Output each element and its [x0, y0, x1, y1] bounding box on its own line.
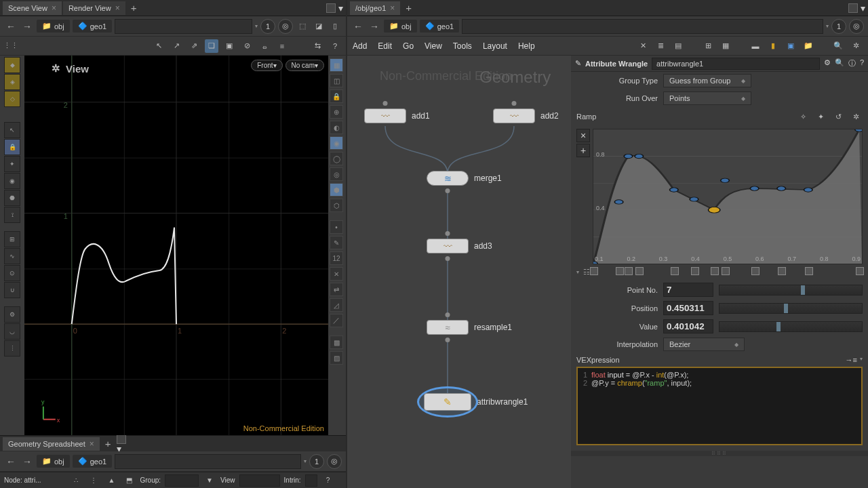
wrench-icon[interactable]: ✕	[636, 39, 650, 53]
close-icon[interactable]: ×	[390, 3, 395, 13]
menu-layout[interactable]: Layout	[483, 41, 507, 51]
link-toggle[interactable]: ◎	[849, 19, 864, 34]
pane-max-icon[interactable]	[117, 434, 126, 444]
filter-icon[interactable]: ▼	[203, 474, 216, 487]
toolbar-menu-icon[interactable]: ⇆	[311, 39, 324, 53]
ramp-add-button[interactable]: +	[576, 144, 590, 157]
ramp-handle[interactable]	[751, 267, 760, 275]
ramp-handle[interactable]	[805, 267, 813, 275]
intrin-input[interactable]	[305, 474, 317, 487]
op-name-field[interactable]: attribwrangle1	[652, 58, 820, 70]
note-icon[interactable]: ▬	[749, 39, 762, 53]
snap-point-tool[interactable]: ⊙	[4, 265, 20, 281]
select-mode-icon[interactable]: ❏	[205, 39, 218, 53]
d6-icon[interactable]: ⬡	[330, 199, 343, 212]
path-index-button[interactable]: 1	[831, 19, 846, 34]
nav-fwd-button[interactable]: →	[20, 455, 34, 468]
d4-icon[interactable]: ◎	[330, 167, 343, 181]
more-tool[interactable]: ⋮	[4, 340, 20, 357]
nav-back-button[interactable]: ←	[4, 20, 18, 33]
shelf-tool-3[interactable]: ◇	[4, 91, 20, 107]
ramp-editor[interactable]: 0.10.20.30.40.50.60.70.80.9 0.8 0.4	[593, 129, 863, 264]
ramp-handle[interactable]	[625, 267, 633, 275]
pane-menu-icon[interactable]: ▾	[338, 3, 343, 13]
tab-scene-view[interactable]: Scene View×	[3, 1, 62, 15]
ramp-delete-button[interactable]: ×	[576, 129, 590, 142]
points-icon[interactable]: ∴	[69, 474, 83, 487]
close-icon[interactable]: ×	[52, 3, 56, 13]
grouptype-dropdown[interactable]: Guess from Group◆	[663, 74, 751, 87]
help-icon[interactable]: ?	[328, 39, 342, 53]
ramp-handle[interactable]	[856, 267, 864, 275]
orientation-dropdown[interactable]: Front▾	[251, 60, 282, 71]
ramp-add-point-icon[interactable]: ✦	[814, 110, 827, 123]
path-node[interactable]: 🔷 geo1	[73, 455, 112, 468]
menu-tools[interactable]: Tools	[453, 41, 472, 51]
link-toggle[interactable]: ◎	[327, 454, 342, 469]
path-history-icon[interactable]: ▾	[826, 23, 829, 29]
help-icon[interactable]: ?	[860, 58, 864, 68]
ramp-handle[interactable]	[711, 267, 719, 275]
cross-icon[interactable]: ✕	[330, 267, 343, 281]
verts-icon[interactable]: ⋮	[87, 474, 100, 487]
shelf-tool-2[interactable]: ◈	[4, 74, 20, 90]
lines-icon[interactable]: ▤	[671, 39, 685, 53]
snap-grid-tool[interactable]: ⊞	[4, 231, 20, 247]
tool-b[interactable]: ◉	[4, 173, 20, 189]
node-resample1[interactable]: resample1	[427, 320, 512, 335]
nav-back-button[interactable]: ←	[351, 20, 365, 33]
sticky-icon[interactable]: ▮	[766, 39, 780, 53]
ramp-handle[interactable]	[778, 267, 786, 275]
help-icon[interactable]: ?	[321, 474, 335, 487]
folder-icon[interactable]: 📁	[802, 39, 815, 53]
gate-icon[interactable]: ⏛	[258, 39, 271, 53]
display-icon[interactable]: ◪	[312, 20, 326, 33]
menu-help[interactable]: Help	[518, 41, 535, 51]
path-index-button[interactable]: 1	[260, 19, 275, 34]
vex-resize-grip[interactable]: ⠿⠿⠿	[571, 451, 868, 456]
path-node[interactable]: 🔷 geo1	[73, 20, 112, 33]
menu-add[interactable]: Add	[353, 41, 367, 51]
3d-viewport[interactable]: ✲View Front▾ No cam▾ 1 2 0 1	[24, 56, 328, 435]
detail-icon[interactable]: ⬒	[122, 474, 136, 487]
d1-icon[interactable]: ◐	[330, 121, 343, 134]
gear-icon[interactable]: ⚙	[824, 58, 831, 68]
select-tool[interactable]: ↖	[4, 122, 20, 138]
group-input[interactable]	[165, 474, 199, 487]
interp-dropdown[interactable]: Bezier◆	[663, 338, 745, 351]
select-lasso-icon[interactable]: ↗	[170, 39, 183, 53]
camera-dropdown[interactable]: No cam▾	[285, 60, 324, 71]
sliders-icon[interactable]: ≡	[275, 39, 289, 53]
path-index-button[interactable]: 1	[309, 454, 324, 469]
line-icon[interactable]: ／	[330, 314, 343, 327]
grid2-icon[interactable]: ▦	[719, 39, 732, 53]
close-icon[interactable]: ×	[90, 439, 94, 449]
tab-geo-spreadsheet[interactable]: Geometry Spreadsheet×	[3, 437, 100, 451]
camera-icon[interactable]: ▣	[222, 39, 236, 53]
lock-icon[interactable]: 🔒	[330, 89, 343, 103]
pane-max-icon[interactable]	[326, 3, 336, 13]
ramp-handle[interactable]	[691, 267, 699, 275]
num-icon[interactable]: 12	[330, 251, 343, 265]
menu-go[interactable]: Go	[403, 41, 414, 51]
cube-icon[interactable]: ⬚	[296, 20, 309, 33]
gear-icon[interactable]: ✲	[849, 39, 863, 53]
path-input[interactable]	[462, 19, 823, 34]
gear-tool[interactable]: ⚙	[4, 306, 20, 323]
tool-a[interactable]: ✦	[4, 156, 20, 172]
view-input[interactable]	[239, 474, 280, 487]
disp-shade-icon[interactable]: ◫	[330, 74, 343, 87]
link-toggle[interactable]: ◎	[278, 19, 293, 34]
list-icon[interactable]: ≣	[654, 39, 667, 53]
shelf-tool-1[interactable]: ◆	[4, 57, 20, 73]
pointno-input[interactable]	[663, 283, 713, 297]
value-slider[interactable]	[719, 321, 863, 332]
ramp-handle[interactable]	[722, 267, 730, 275]
ramp-add-key-icon[interactable]: ✧	[796, 110, 810, 123]
ramp-gear-icon[interactable]: ✲	[849, 110, 863, 123]
node-attribwrangle1[interactable]: attribwrangle1	[424, 393, 528, 411]
globe-icon[interactable]: ⊕	[330, 105, 343, 119]
close-icon[interactable]: ×	[115, 3, 120, 13]
pane-icon[interactable]: ▯	[328, 20, 342, 33]
image-icon[interactable]: ▣	[784, 39, 797, 53]
